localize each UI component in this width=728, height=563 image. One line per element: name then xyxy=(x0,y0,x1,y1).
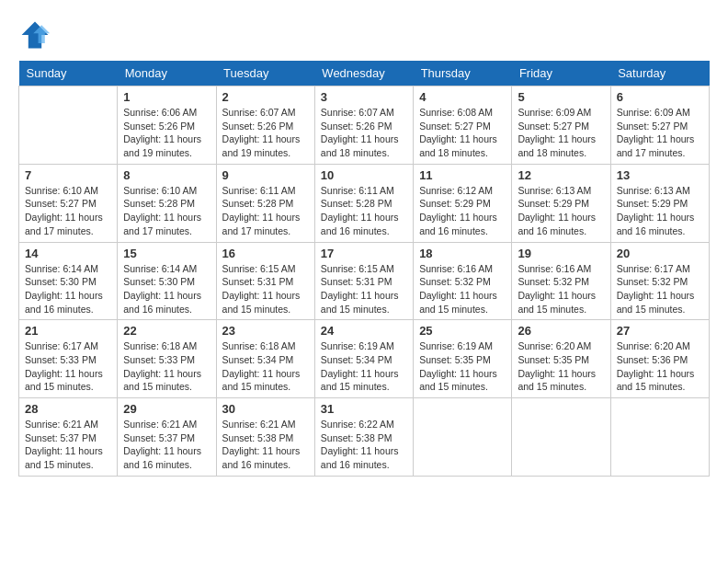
calendar-cell: 17Sunrise: 6:15 AM Sunset: 5:31 PM Dayli… xyxy=(314,242,413,320)
day-info: Sunrise: 6:20 AM Sunset: 5:35 PM Dayligh… xyxy=(518,339,604,394)
calendar-cell: 20Sunrise: 6:17 AM Sunset: 5:32 PM Dayli… xyxy=(610,242,709,320)
calendar-cell: 18Sunrise: 6:16 AM Sunset: 5:32 PM Dayli… xyxy=(414,242,512,320)
calendar-header-wednesday: Wednesday xyxy=(314,61,413,86)
day-info: Sunrise: 6:21 AM Sunset: 5:37 PM Dayligh… xyxy=(25,418,111,472)
day-number: 9 xyxy=(222,168,309,182)
day-number: 2 xyxy=(222,90,309,104)
day-info: Sunrise: 6:11 AM Sunset: 5:28 PM Dayligh… xyxy=(321,184,407,238)
calendar-header-monday: Monday xyxy=(118,61,216,86)
calendar-cell: 1Sunrise: 6:06 AM Sunset: 5:26 PM Daylig… xyxy=(118,86,216,165)
day-number: 4 xyxy=(419,90,506,104)
day-number: 8 xyxy=(123,168,210,182)
logo xyxy=(18,18,55,52)
day-number: 1 xyxy=(123,90,210,104)
day-number: 30 xyxy=(222,402,309,416)
calendar-week-row: 28Sunrise: 6:21 AM Sunset: 5:37 PM Dayli… xyxy=(19,398,710,477)
day-info: Sunrise: 6:06 AM Sunset: 5:26 PM Dayligh… xyxy=(123,106,210,160)
day-info: Sunrise: 6:15 AM Sunset: 5:31 PM Dayligh… xyxy=(321,262,407,316)
calendar-cell: 14Sunrise: 6:14 AM Sunset: 5:30 PM Dayli… xyxy=(19,242,118,320)
calendar-week-row: 21Sunrise: 6:17 AM Sunset: 5:33 PM Dayli… xyxy=(19,320,710,398)
day-number: 15 xyxy=(123,247,210,260)
calendar-cell: 7Sunrise: 6:10 AM Sunset: 5:27 PM Daylig… xyxy=(19,164,118,242)
day-info: Sunrise: 6:21 AM Sunset: 5:37 PM Dayligh… xyxy=(123,418,210,472)
day-number: 22 xyxy=(123,324,210,338)
day-number: 3 xyxy=(321,90,407,104)
day-number: 31 xyxy=(321,402,407,416)
day-number: 5 xyxy=(518,90,604,104)
calendar-cell: 2Sunrise: 6:07 AM Sunset: 5:26 PM Daylig… xyxy=(216,86,314,165)
calendar-cell: 10Sunrise: 6:11 AM Sunset: 5:28 PM Dayli… xyxy=(314,164,413,242)
calendar-cell: 31Sunrise: 6:22 AM Sunset: 5:38 PM Dayli… xyxy=(314,398,413,477)
calendar-cell: 19Sunrise: 6:16 AM Sunset: 5:32 PM Dayli… xyxy=(512,242,610,320)
calendar-cell: 21Sunrise: 6:17 AM Sunset: 5:33 PM Dayli… xyxy=(19,320,118,398)
day-number: 7 xyxy=(25,168,111,182)
day-info: Sunrise: 6:12 AM Sunset: 5:29 PM Dayligh… xyxy=(419,184,506,238)
day-info: Sunrise: 6:10 AM Sunset: 5:28 PM Dayligh… xyxy=(123,184,210,238)
calendar-cell: 27Sunrise: 6:20 AM Sunset: 5:36 PM Dayli… xyxy=(610,320,709,398)
day-number: 11 xyxy=(419,168,506,182)
calendar-cell: 6Sunrise: 6:09 AM Sunset: 5:27 PM Daylig… xyxy=(610,86,709,165)
day-number: 25 xyxy=(419,324,506,338)
calendar-cell xyxy=(414,398,512,477)
calendar-week-row: 7Sunrise: 6:10 AM Sunset: 5:27 PM Daylig… xyxy=(19,164,710,242)
day-number: 24 xyxy=(321,324,407,338)
day-info: Sunrise: 6:07 AM Sunset: 5:26 PM Dayligh… xyxy=(222,106,309,160)
calendar-cell: 22Sunrise: 6:18 AM Sunset: 5:33 PM Dayli… xyxy=(118,320,216,398)
day-info: Sunrise: 6:22 AM Sunset: 5:38 PM Dayligh… xyxy=(321,418,407,472)
day-info: Sunrise: 6:13 AM Sunset: 5:29 PM Dayligh… xyxy=(518,184,604,238)
day-number: 19 xyxy=(518,247,604,260)
calendar-cell: 16Sunrise: 6:15 AM Sunset: 5:31 PM Dayli… xyxy=(216,242,314,320)
day-info: Sunrise: 6:17 AM Sunset: 5:33 PM Dayligh… xyxy=(25,339,111,394)
calendar-cell: 13Sunrise: 6:13 AM Sunset: 5:29 PM Dayli… xyxy=(610,164,709,242)
calendar-header-tuesday: Tuesday xyxy=(216,61,314,86)
day-number: 17 xyxy=(321,247,407,260)
day-info: Sunrise: 6:18 AM Sunset: 5:33 PM Dayligh… xyxy=(123,339,210,394)
calendar-header-row: SundayMondayTuesdayWednesdayThursdayFrid… xyxy=(19,61,710,86)
day-number: 23 xyxy=(222,324,309,338)
calendar-cell: 5Sunrise: 6:09 AM Sunset: 5:27 PM Daylig… xyxy=(512,86,610,165)
day-info: Sunrise: 6:20 AM Sunset: 5:36 PM Dayligh… xyxy=(617,339,703,394)
calendar-header-friday: Friday xyxy=(512,61,610,86)
day-info: Sunrise: 6:09 AM Sunset: 5:27 PM Dayligh… xyxy=(617,106,703,160)
calendar-header-thursday: Thursday xyxy=(414,61,512,86)
day-number: 14 xyxy=(25,247,111,260)
day-number: 12 xyxy=(518,168,604,182)
day-info: Sunrise: 6:19 AM Sunset: 5:35 PM Dayligh… xyxy=(419,339,506,394)
day-number: 6 xyxy=(617,90,703,104)
day-info: Sunrise: 6:16 AM Sunset: 5:32 PM Dayligh… xyxy=(518,262,604,316)
calendar-cell xyxy=(512,398,610,477)
day-info: Sunrise: 6:10 AM Sunset: 5:27 PM Dayligh… xyxy=(25,184,111,238)
calendar-cell: 8Sunrise: 6:10 AM Sunset: 5:28 PM Daylig… xyxy=(118,164,216,242)
day-info: Sunrise: 6:14 AM Sunset: 5:30 PM Dayligh… xyxy=(25,262,111,316)
day-info: Sunrise: 6:19 AM Sunset: 5:34 PM Dayligh… xyxy=(321,339,407,394)
day-number: 20 xyxy=(617,247,703,260)
day-number: 13 xyxy=(617,168,703,182)
day-info: Sunrise: 6:21 AM Sunset: 5:38 PM Dayligh… xyxy=(222,418,309,472)
day-number: 16 xyxy=(222,247,309,260)
day-number: 29 xyxy=(123,402,210,416)
calendar-cell: 9Sunrise: 6:11 AM Sunset: 5:28 PM Daylig… xyxy=(216,164,314,242)
day-info: Sunrise: 6:09 AM Sunset: 5:27 PM Dayligh… xyxy=(518,106,604,160)
page-header xyxy=(18,18,710,52)
calendar-header-saturday: Saturday xyxy=(610,61,709,86)
day-info: Sunrise: 6:16 AM Sunset: 5:32 PM Dayligh… xyxy=(419,262,506,316)
calendar-cell: 12Sunrise: 6:13 AM Sunset: 5:29 PM Dayli… xyxy=(512,164,610,242)
calendar-cell: 30Sunrise: 6:21 AM Sunset: 5:38 PM Dayli… xyxy=(216,398,314,477)
calendar-cell: 3Sunrise: 6:07 AM Sunset: 5:26 PM Daylig… xyxy=(314,86,413,165)
calendar-cell: 15Sunrise: 6:14 AM Sunset: 5:30 PM Dayli… xyxy=(118,242,216,320)
calendar-week-row: 14Sunrise: 6:14 AM Sunset: 5:30 PM Dayli… xyxy=(19,242,710,320)
calendar-cell: 11Sunrise: 6:12 AM Sunset: 5:29 PM Dayli… xyxy=(414,164,512,242)
day-info: Sunrise: 6:17 AM Sunset: 5:32 PM Dayligh… xyxy=(617,262,703,316)
calendar-week-row: 1Sunrise: 6:06 AM Sunset: 5:26 PM Daylig… xyxy=(19,86,710,165)
day-info: Sunrise: 6:14 AM Sunset: 5:30 PM Dayligh… xyxy=(123,262,210,316)
calendar-cell: 29Sunrise: 6:21 AM Sunset: 5:37 PM Dayli… xyxy=(118,398,216,477)
day-info: Sunrise: 6:15 AM Sunset: 5:31 PM Dayligh… xyxy=(222,262,309,316)
calendar-cell: 24Sunrise: 6:19 AM Sunset: 5:34 PM Dayli… xyxy=(314,320,413,398)
day-number: 18 xyxy=(419,247,506,260)
day-number: 21 xyxy=(25,324,111,338)
logo-icon xyxy=(18,18,51,52)
day-number: 27 xyxy=(617,324,703,338)
day-info: Sunrise: 6:13 AM Sunset: 5:29 PM Dayligh… xyxy=(617,184,703,238)
calendar-cell: 4Sunrise: 6:08 AM Sunset: 5:27 PM Daylig… xyxy=(414,86,512,165)
calendar-cell xyxy=(19,86,118,165)
